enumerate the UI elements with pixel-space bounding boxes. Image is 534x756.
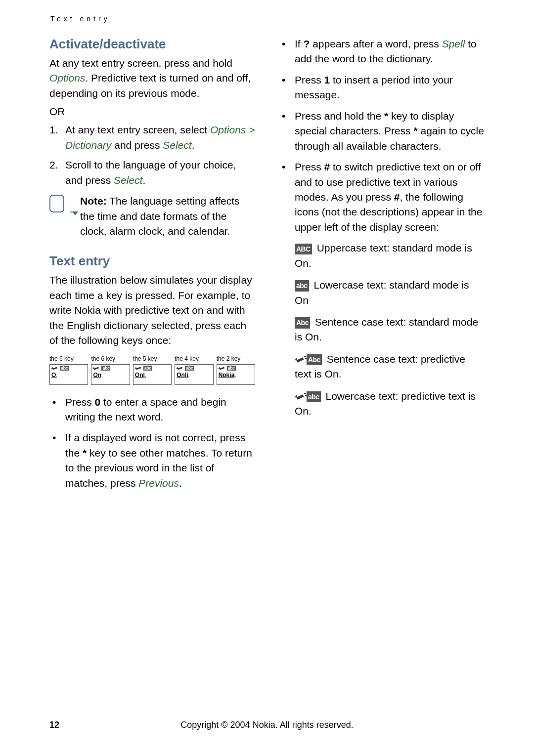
note-text: Note: The language setting affects the t… xyxy=(80,194,255,239)
pencil-icon xyxy=(295,393,306,400)
para-activate: At any text entry screen, press and hold… xyxy=(49,56,255,101)
step-1: At any text entry screen, select Options… xyxy=(65,123,255,153)
note-icon xyxy=(49,195,72,217)
pencil-icon xyxy=(93,366,100,370)
page-header: Text entry xyxy=(50,15,485,23)
bullet-word: If a displayed word is not correct, pres… xyxy=(65,430,255,491)
pencil-icon xyxy=(135,366,142,370)
mode-lowercase: abc Lowercase text: standard mode is On xyxy=(295,278,485,308)
mode-lowercase-predictive: abc Lowercase text: predictive text is O… xyxy=(295,389,485,419)
content-columns: Activate/deactivate At any text entry sc… xyxy=(49,37,485,497)
key-labels: the 6 key the 6 key the 5 key the 4 key … xyxy=(49,355,255,362)
step-2: Scroll to the language of your choice, a… xyxy=(65,158,255,188)
left-column: Activate/deactivate At any text entry sc… xyxy=(49,37,255,497)
key-box-3: abc Onl, xyxy=(133,364,172,385)
key-boxes: abc O, abc On, abc Onl, abc Onli, abc xyxy=(49,364,255,385)
abc-sentence-icon: Abc xyxy=(307,354,322,365)
right-bullets: If ? appears after a word, press Spell t… xyxy=(279,37,485,235)
heading-activate: Activate/deactivate xyxy=(49,37,255,52)
mode-sentence-predictive: Abc Sentence case text: predictive text … xyxy=(295,352,485,382)
bullet-space: Press 0 to enter a space and begin writi… xyxy=(65,395,255,425)
abc-lowercase-icon: abc xyxy=(295,280,309,291)
heading-textentry: Text entry xyxy=(49,253,255,269)
or-text: OR xyxy=(49,106,255,118)
abc-lowercase-icon: abc xyxy=(307,391,321,402)
footer-copyright: Copyright © 2004 Nokia. All rights reser… xyxy=(0,720,534,730)
pencil-icon xyxy=(219,366,225,370)
abc-sentence-icon: Abc xyxy=(295,317,310,328)
note-block: Note: The language setting affects the t… xyxy=(49,194,255,239)
key-box-2: abc On, xyxy=(91,364,130,385)
bullet-star: Press and hold the * key to display spec… xyxy=(295,109,485,154)
modes-section: ABC Uppercase text: standard mode is On.… xyxy=(279,241,485,419)
mode-sentence: Abc Sentence case text: standard mode is… xyxy=(295,315,485,345)
key-box-5: abc Nokia, xyxy=(217,364,255,385)
bullet-spell: If ? appears after a word, press Spell t… xyxy=(295,37,485,67)
left-bullets: Press 0 to enter a space and begin writi… xyxy=(49,395,255,491)
pencil-icon xyxy=(177,366,183,370)
key-box-1: abc O, xyxy=(49,364,88,385)
pencil-icon xyxy=(51,366,58,370)
pencil-icon xyxy=(295,356,306,363)
bullet-hash: Press # to switch predictive text on or … xyxy=(295,160,485,235)
key-table: the 6 key the 6 key the 5 key the 4 key … xyxy=(49,355,255,385)
para-textentry: The illustration below simulates your di… xyxy=(49,273,255,348)
key-box-4: abc Onli, xyxy=(175,364,213,385)
bullet-period: Press 1 to insert a period into your mes… xyxy=(295,73,485,103)
mode-uppercase: ABC Uppercase text: standard mode is On. xyxy=(295,241,485,271)
abc-uppercase-icon: ABC xyxy=(295,244,312,254)
right-column: If ? appears after a word, press Spell t… xyxy=(279,37,485,497)
steps-list: At any text entry screen, select Options… xyxy=(49,123,255,188)
